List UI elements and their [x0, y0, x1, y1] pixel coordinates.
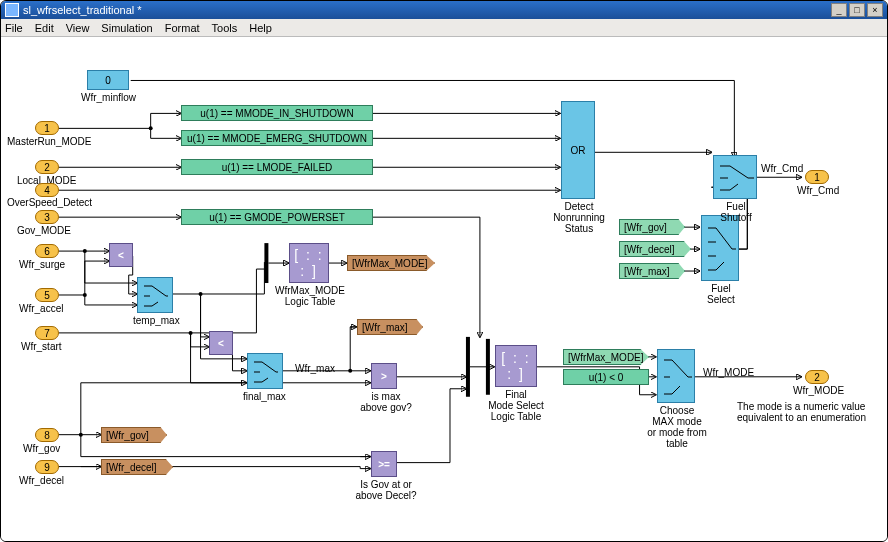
label-inport-6: Wfr_surge [19, 259, 65, 270]
annotation-mode-note: The mode is a numeric value equivalent t… [737, 401, 877, 423]
label-fuel-shutoff: Fuel Shutoff [717, 201, 755, 223]
goto-wfr-gov[interactable]: [Wfr_gov] [101, 427, 167, 443]
menu-edit[interactable]: Edit [35, 22, 54, 34]
label-outport-1: Wfr_Cmd [797, 185, 839, 196]
relop-lt-1[interactable]: < [109, 243, 133, 267]
logic-or[interactable]: OR [561, 101, 595, 199]
inport-8[interactable]: 8 [35, 428, 59, 442]
label-inport-9: Wfr_decel [19, 475, 64, 486]
window-title: sl_wfrselect_traditional * [23, 4, 142, 16]
menu-format[interactable]: Format [165, 22, 200, 34]
svg-point-1 [83, 249, 87, 253]
goto-wfr-max[interactable]: [Wfr_max] [357, 319, 423, 335]
logic-table-wfrmax-mode[interactable]: [ : : : ] [289, 243, 329, 283]
compare-u-lt-zero[interactable]: u(1) < 0 [563, 369, 649, 385]
inport-5[interactable]: 5 [35, 288, 59, 302]
svg-rect-8 [466, 337, 470, 397]
switch-fuel-select[interactable] [701, 215, 739, 281]
switch-final-max[interactable] [247, 353, 283, 389]
svg-point-2 [83, 293, 87, 297]
compare-mmode-emerg-shutdown[interactable]: u(1) == MMODE_EMERG_SHUTDOWN [181, 130, 373, 146]
minimize-button[interactable]: _ [831, 3, 847, 17]
outport-2[interactable]: 2 [805, 370, 829, 384]
switch-choose-mode[interactable] [657, 349, 695, 403]
outport-1[interactable]: 1 [805, 170, 829, 184]
relop-gt[interactable]: > [371, 363, 397, 389]
menu-help[interactable]: Help [249, 22, 272, 34]
label-final-mode: Final Mode Select Logic Table [485, 389, 547, 422]
label-final-max: final_max [243, 391, 286, 402]
from-wfrmax-mode[interactable]: [WfrMax_MODE] [563, 349, 649, 365]
goto-wfrmax-mode[interactable]: [WfrMax_MODE] [347, 255, 435, 271]
compare-lmode-failed[interactable]: u(1) == LMODE_FAILED [181, 159, 373, 175]
label-wfrmax-mode: WfrMax_MODE Logic Table [275, 285, 345, 307]
label-outport-2: Wfr_MODE [793, 385, 844, 396]
svg-rect-5 [264, 243, 268, 283]
signal-wfr-cmd: Wfr_Cmd [761, 163, 803, 174]
model-canvas[interactable]: 0 Wfr_minflow 1 MasterRun_MODE 2 Local_M… [1, 37, 887, 542]
compare-mmode-in-shutdown[interactable]: u(1) == MMODE_IN_SHUTDOWN [181, 105, 373, 121]
label-inport-1: MasterRun_MODE [7, 136, 91, 147]
label-choose: Choose MAX mode or mode from table [641, 405, 713, 449]
signal-wfr-max: Wfr_max [295, 363, 335, 374]
label-inport-7: Wfr_start [21, 341, 62, 352]
inport-4[interactable]: 4 [35, 183, 59, 197]
relop-gte[interactable]: >= [371, 451, 397, 477]
logic-table-final-mode[interactable]: [ : : : ] [495, 345, 537, 387]
compare-gmode-powerset[interactable]: u(1) == GMODE_POWERSET [181, 209, 373, 225]
inport-1[interactable]: 1 [35, 121, 59, 135]
inport-9[interactable]: 9 [35, 460, 59, 474]
app-icon [5, 3, 19, 17]
menubar: File Edit View Simulation Format Tools H… [1, 19, 887, 37]
from-wfr-gov[interactable]: [Wfr_gov] [619, 219, 685, 235]
svg-point-0 [149, 126, 153, 130]
label-wfr-minflow: Wfr_minflow [81, 92, 136, 103]
menu-file[interactable]: File [5, 22, 23, 34]
menu-simulation[interactable]: Simulation [101, 22, 152, 34]
maximize-button[interactable]: □ [849, 3, 865, 17]
relop-lt-2[interactable]: < [209, 331, 233, 355]
switch-temp-max[interactable] [137, 277, 173, 313]
menu-view[interactable]: View [66, 22, 90, 34]
switch-fuel-shutoff[interactable] [713, 155, 757, 199]
label-inport-3: Gov_MODE [17, 225, 71, 236]
label-inport-5: Wfr_accel [19, 303, 63, 314]
label-inport-8: Wfr_gov [23, 443, 60, 454]
menu-tools[interactable]: Tools [212, 22, 238, 34]
svg-rect-9 [486, 339, 490, 395]
label-isgov: Is Gov at or above Decel? [353, 479, 419, 501]
titlebar: sl_wfrselect_traditional * _ □ × [1, 1, 887, 19]
close-button[interactable]: × [867, 3, 883, 17]
inport-7[interactable]: 7 [35, 326, 59, 340]
label-detect-status: Detect Nonrunning Status [549, 201, 609, 234]
label-fuel-select: Fuel Select [703, 283, 739, 305]
constant-wfr-minflow[interactable]: 0 [87, 70, 129, 90]
label-ismax: is max above gov? [359, 391, 413, 413]
inport-6[interactable]: 6 [35, 244, 59, 258]
from-wfr-max[interactable]: [Wfr_max] [619, 263, 685, 279]
svg-point-6 [348, 369, 352, 373]
signal-wfr-mode: Wfr_MODE [703, 367, 754, 378]
inport-2[interactable]: 2 [35, 160, 59, 174]
inport-3[interactable]: 3 [35, 210, 59, 224]
label-inport-4: OverSpeed_Detect [7, 197, 92, 208]
goto-wfr-decel[interactable]: [Wfr_decel] [101, 459, 173, 475]
constant-value: 0 [105, 75, 111, 86]
label-temp-max: temp_max [133, 315, 180, 326]
from-wfr-decel[interactable]: [Wfr_decel] [619, 241, 691, 257]
